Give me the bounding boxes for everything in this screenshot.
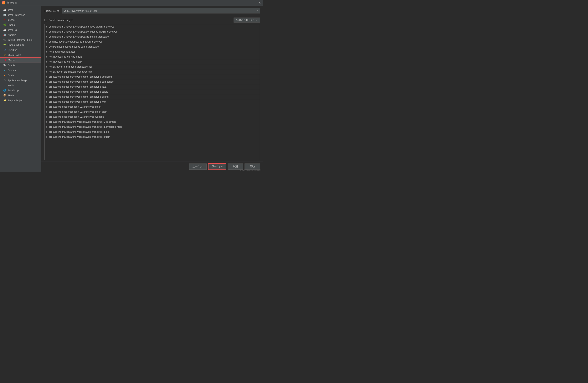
sidebar-item-jboss[interactable]: ●JBoss: [0, 17, 41, 22]
create-from-archetype-checkbox-wrapper[interactable]: Create from archetype: [44, 19, 73, 21]
sidebar-item-label: Java: [8, 8, 13, 11]
archetype-name: net.sf.maven-har:maven-archetype-har: [49, 65, 92, 68]
cancel-button[interactable]: 取消: [228, 164, 243, 170]
archetype-list-item[interactable]: ▶org.apache.camel.archetypes:camel-arche…: [45, 94, 260, 99]
archetype-list-item[interactable]: ▶org.apache.camel.archetypes:camel-arche…: [45, 99, 260, 104]
sdk-row: Project SDK: 🗂 1.8 java version "1.8.0_2…: [42, 6, 263, 16]
help-button[interactable]: 帮助: [245, 164, 260, 170]
archetype-list-item[interactable]: ▶com.atlassian.maven.archetypes:bamboo-p…: [45, 24, 260, 29]
sidebar-item-java-enterprise[interactable]: 🏢Java Enterprise: [0, 12, 41, 17]
empty-project-icon: 📁: [3, 99, 6, 102]
expand-arrow-icon: ▶: [46, 101, 48, 103]
archetype-list-item[interactable]: ▶org.apache.cocoon:cocoon-22-archetype-b…: [45, 104, 260, 109]
next-button[interactable]: 下一个(N): [208, 163, 226, 170]
archetype-list-item[interactable]: ▶org.apache.maven.archetypes:maven-arche…: [45, 134, 260, 139]
close-button[interactable]: ×: [259, 1, 261, 4]
archetype-list-item[interactable]: ▶org.apache.cocoon:cocoon-22-archetype-w…: [45, 114, 260, 119]
quarkus-icon: ⬡: [3, 48, 6, 51]
expand-arrow-icon: ▶: [46, 131, 48, 133]
sidebar-item-label: Application Forge: [8, 79, 27, 82]
archetype-list-item[interactable]: ▶net.sf.maven-har:maven-archetype-har: [45, 64, 260, 69]
title-bar-left: 新建项目: [2, 1, 17, 5]
archetype-list-item[interactable]: ▶com.rfc.maven.archetypes:jpa-maven-arch…: [45, 39, 260, 44]
sidebar-item-application-forge[interactable]: ⚙Application Forge: [0, 78, 41, 83]
archetype-list-item[interactable]: ▶org.apache.camel.archetypes:camel-arche…: [45, 89, 260, 94]
sidebar-item-groovy[interactable]: ●Groovy: [0, 68, 41, 73]
archetype-name: de.akquinet.jbosscc:jbosscc-seam-archety…: [49, 45, 99, 48]
archetype-list-item[interactable]: ▶net.liftweb:lift-archetype-basic: [45, 54, 260, 59]
archetype-list-item[interactable]: ▶org.apache.cocoon:cocoon-22-archetype-b…: [45, 109, 260, 114]
main-content: ☕Java🏢Java Enterprise●JBoss🌿Spring☕Java …: [0, 6, 263, 172]
java-enterprise-icon: 🏢: [3, 13, 6, 16]
sidebar-item-javascript[interactable]: 🌐JavaScript: [0, 88, 41, 93]
archetype-list-item[interactable]: ▶org.apache.camel.archetypes:camel-arche…: [45, 79, 260, 84]
idea-icon: [2, 1, 5, 4]
archetype-name: org.apache.camel.archetypes:camel-archet…: [49, 90, 108, 93]
sidebar-item-flash[interactable]: 📦Flash: [0, 93, 41, 98]
archetype-list-item[interactable]: ▶com.atlassian.maven.archetypes:confluen…: [45, 29, 260, 34]
archetype-name: org.apache.cocoon:cocoon-22-archetype-bl…: [49, 105, 101, 108]
archetype-name: net.liftweb:lift-archetype-basic: [49, 55, 82, 58]
sidebar-item-spring[interactable]: 🌿Spring: [0, 22, 41, 27]
sidebar-item-label: JBoss: [8, 19, 14, 21]
application-forge-icon: ⚙: [3, 79, 6, 82]
window-title: 新建项目: [7, 1, 17, 5]
archetype-list-item[interactable]: ▶com.atlassian.maven.archetypes:jira-plu…: [45, 34, 260, 39]
archetype-name: org.apache.maven.archetypes:maven-archet…: [49, 135, 110, 138]
archetype-name: org.apache.camel.archetypes:camel-archet…: [49, 85, 106, 88]
archetype-name: net.databinder:data-app: [49, 50, 75, 53]
sidebar: ☕Java🏢Java Enterprise●JBoss🌿Spring☕Java …: [0, 6, 42, 172]
sidebar-item-android[interactable]: 🤖Android: [0, 32, 41, 37]
maven-icon: M: [3, 59, 6, 62]
archetype-name: com.atlassian.maven.archetypes:bamboo-pl…: [49, 25, 114, 28]
sidebar-item-gradle[interactable]: 🐘Gradle: [0, 63, 41, 68]
expand-arrow-icon: ▶: [46, 76, 48, 78]
add-archetype-button[interactable]: ADD ARCHETYPE...: [233, 18, 260, 22]
expand-arrow-icon: ▶: [46, 41, 48, 43]
sidebar-item-label: Quarkus: [8, 48, 17, 51]
sidebar-item-label: Grails: [8, 74, 14, 77]
sdk-select[interactable]: 🗂 1.8 java version "1.8.0_291": [62, 8, 260, 14]
sidebar-item-label: Kotlin: [8, 84, 14, 87]
sidebar-item-label: IntelliJ Platform Plugin: [8, 39, 33, 42]
archetype-bar: Create from archetype ADD ARCHETYPE...: [42, 16, 263, 24]
right-panel: Project SDK: 🗂 1.8 java version "1.8.0_2…: [42, 6, 263, 172]
expand-arrow-icon: ▶: [46, 81, 48, 83]
sidebar-item-label: Empty Project: [8, 99, 23, 102]
archetype-list-item[interactable]: ▶net.liftweb:lift-archetype-blank: [45, 59, 260, 64]
sidebar-item-label: Gradle: [8, 64, 15, 67]
sidebar-item-java[interactable]: ☕Java: [0, 7, 41, 12]
expand-arrow-icon: ▶: [46, 56, 48, 58]
sidebar-item-intellij-platform-plugin[interactable]: 🔌IntelliJ Platform Plugin: [0, 37, 41, 42]
sdk-select-wrapper: 🗂 1.8 java version "1.8.0_291" ▼: [62, 8, 260, 14]
sidebar-item-empty-project[interactable]: 📁Empty Project: [0, 98, 41, 103]
archetype-list-item[interactable]: ▶org.apache.camel.archetypes:camel-arche…: [45, 74, 260, 79]
archetype-list[interactable]: ▶com.atlassian.maven.archetypes:bamboo-p…: [44, 24, 260, 160]
archetype-name: org.apache.camel.archetypes:camel-archet…: [49, 75, 112, 78]
archetype-list-item[interactable]: ▶net.databinder:data-app: [45, 49, 260, 54]
expand-arrow-icon: ▶: [46, 86, 48, 88]
jboss-icon: ●: [3, 18, 6, 21]
sidebar-item-microprofile[interactable]: ⚙MicroProfile: [0, 52, 41, 57]
sidebar-item-spring-initializr[interactable]: 🌱Spring Initializr: [0, 42, 41, 47]
archetype-list-item[interactable]: ▶org.apache.maven.archetypes:maven-arche…: [45, 124, 260, 129]
android-icon: 🤖: [3, 33, 6, 36]
java-fx-icon: ☕: [3, 28, 6, 31]
archetype-name: net.liftweb:lift-archetype-blank: [49, 60, 82, 63]
sidebar-item-java-fx[interactable]: ☕Java FX: [0, 27, 41, 32]
archetype-list-item[interactable]: ▶org.apache.maven.archetypes:maven-arche…: [45, 119, 260, 124]
sidebar-item-grails[interactable]: ●Grails: [0, 73, 41, 78]
archetype-name: org.apache.maven.archetypes:maven-archet…: [49, 130, 109, 133]
archetype-list-item[interactable]: ▶de.akquinet.jbosscc:jbosscc-seam-archet…: [45, 44, 260, 49]
archetype-name: org.apache.cocoon:cocoon-22-archetype-we…: [49, 115, 104, 118]
sidebar-item-quarkus[interactable]: ⬡Quarkus: [0, 47, 41, 52]
sidebar-item-kotlin[interactable]: KKotlin: [0, 83, 41, 88]
archetype-list-item[interactable]: ▶org.apache.camel.archetypes:camel-arche…: [45, 84, 260, 89]
create-from-archetype-checkbox[interactable]: [44, 19, 47, 21]
expand-arrow-icon: ▶: [46, 96, 48, 98]
sidebar-item-maven[interactable]: MMaven: [0, 57, 41, 63]
prev-button[interactable]: 上一个(P): [189, 164, 207, 170]
archetype-list-item[interactable]: ▶org.apache.maven.archetypes:maven-arche…: [45, 129, 260, 134]
archetype-list-item[interactable]: ▶net.sf.maven-sar:maven-archetype-sar: [45, 69, 260, 74]
gradle-icon: 🐘: [3, 64, 6, 67]
